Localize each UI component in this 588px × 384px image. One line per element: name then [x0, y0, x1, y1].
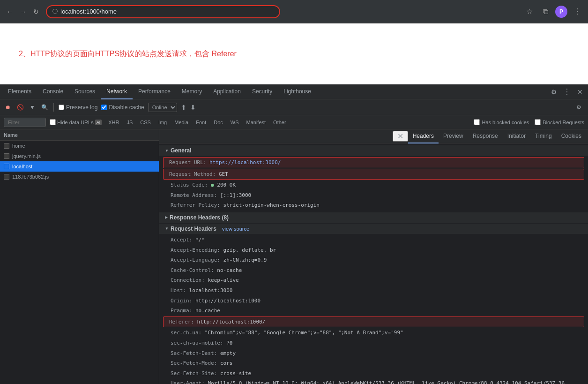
request-headers-title: Request Headers	[171, 226, 216, 232]
response-triangle: ▶	[165, 215, 168, 219]
tab-performance[interactable]: Performance	[133, 84, 176, 99]
preserve-log-label[interactable]: Preserve log	[59, 104, 97, 111]
request-headers-section-header[interactable]: ▼ Request Headers view source	[159, 224, 588, 234]
file-item-jquery[interactable]: jquery.min.js	[0, 151, 159, 161]
filter-input[interactable]	[4, 118, 46, 127]
preserve-log-text: Preserve log	[66, 104, 97, 111]
devtools-right-icons: ⚙ ⋮ ✕	[548, 86, 586, 98]
remote-address-val: [::1]:3000	[220, 192, 251, 198]
header-connection: Connection: keep-alive	[159, 275, 588, 286]
devtools-more-button[interactable]: ⋮	[561, 86, 573, 98]
type-img[interactable]: Img	[156, 119, 170, 126]
hide-data-urls-label[interactable]: Hide data URLs AI	[50, 119, 102, 125]
throttle-select[interactable]: Online	[148, 103, 177, 112]
devtools-settings-button[interactable]: ⚙	[548, 86, 559, 98]
blocked-requests-checkbox[interactable]	[535, 119, 541, 125]
file-name-118: 118.fb73b062.js	[12, 174, 49, 180]
reload-button[interactable]: ↻	[31, 7, 41, 17]
has-blocked-cookies-checkbox[interactable]	[474, 119, 480, 125]
request-headers-section: ▼ Request Headers view source Accept: */…	[159, 224, 588, 384]
export-icon[interactable]: ⬇	[190, 104, 196, 111]
detail-tab-response[interactable]: Response	[468, 129, 503, 143]
network-toolbar: ⏺ 🚫 ▼ 🔍 Preserve log Disable cache Onlin…	[0, 99, 588, 115]
nav-buttons: ← → ↻	[5, 7, 41, 17]
remote-address-row: Remote Address: [::1]:3000	[159, 190, 588, 201]
disable-cache-checkbox[interactable]	[101, 105, 107, 110]
disable-cache-label[interactable]: Disable cache	[101, 104, 144, 111]
status-code-row: Status Code: ● 200 OK	[159, 180, 588, 190]
detail-tab-preview[interactable]: Preview	[439, 129, 468, 143]
type-doc[interactable]: Doc	[211, 119, 226, 126]
tab-security[interactable]: Security	[246, 84, 278, 99]
response-headers-section-header[interactable]: ▶ Response Headers (8)	[159, 212, 588, 223]
header-sec-ch-ua: sec-ch-ua: "Chromium";v="88", "Google Ch…	[159, 328, 588, 338]
file-item-home[interactable]: home	[0, 141, 159, 151]
detail-tab-cookies[interactable]: Cookies	[557, 129, 586, 143]
close-details-button[interactable]: ✕	[393, 131, 408, 142]
disable-cache-text: Disable cache	[109, 104, 144, 111]
details-panel: ✕ Headers Preview Response Initiator Tim…	[159, 129, 588, 384]
file-item-localhost[interactable]: localhost	[0, 161, 159, 172]
import-icon[interactable]: ⬆	[181, 104, 186, 111]
devtools-close-button[interactable]: ✕	[574, 86, 586, 98]
header-sec-fetch-site: Sec-Fetch-Site: cross-site	[159, 369, 588, 379]
header-accept: Accept: */*	[159, 235, 588, 245]
blocked-requests-label[interactable]: Blocked Requests	[535, 119, 584, 125]
back-button[interactable]: ←	[5, 7, 15, 17]
general-section-header[interactable]: ▼ General	[159, 145, 588, 156]
tab-application[interactable]: Application	[208, 84, 246, 99]
request-method-val: GET	[219, 171, 228, 177]
file-item-118[interactable]: 118.fb73b062.js	[0, 172, 159, 182]
file-name-home: home	[12, 143, 25, 149]
menu-button[interactable]: ⋮	[571, 6, 583, 18]
type-other[interactable]: Other	[270, 119, 289, 126]
type-manifest[interactable]: Manifest	[244, 119, 269, 126]
filter-button[interactable]: ▼	[28, 103, 37, 112]
extensions-button[interactable]: ⧉	[539, 6, 551, 18]
type-css[interactable]: CSS	[137, 119, 154, 126]
address-bar[interactable]: ⓘ localhost:1000/home	[46, 5, 280, 18]
detail-tab-initiator[interactable]: Initiator	[503, 129, 530, 143]
status-code-key: Status Code:	[171, 182, 208, 188]
type-ws[interactable]: WS	[228, 119, 242, 126]
request-method-row: Request Method: GET	[163, 169, 584, 180]
page-main-text: 2、HTTP协议的页面向HTTPS协议的站点发送请求，包含 Referer	[19, 49, 237, 59]
tab-memory[interactable]: Memory	[176, 84, 208, 99]
general-section-body: Request URL: https://localhost:3000/ Req…	[159, 156, 588, 211]
tab-lighthouse[interactable]: Lighthouse	[278, 84, 317, 99]
record-button[interactable]: ⏺	[4, 103, 12, 112]
detail-tab-headers[interactable]: Headers	[408, 129, 439, 143]
referrer-policy-val: strict-origin-when-cross-origin	[223, 202, 320, 208]
view-source-link[interactable]: view source	[222, 226, 249, 232]
request-url-val: https://localhost:3000/	[209, 159, 281, 166]
search-button[interactable]: 🔍	[40, 103, 49, 112]
general-title: General	[171, 147, 192, 154]
bookmark-button[interactable]: ☆	[523, 6, 536, 18]
header-sec-fetch-mode: Sec-Fetch-Mode: cors	[159, 358, 588, 369]
tab-console[interactable]: Console	[37, 84, 69, 99]
has-blocked-cookies-label[interactable]: Has blocked cookies	[474, 119, 529, 125]
detail-tab-timing[interactable]: Timing	[530, 129, 557, 143]
tab-sources[interactable]: Sources	[69, 84, 101, 99]
clear-button[interactable]: 🚫	[16, 103, 24, 112]
tab-network[interactable]: Network	[101, 84, 133, 99]
type-media[interactable]: Media	[171, 119, 191, 126]
request-url-key: Request URL:	[169, 159, 206, 166]
forward-button[interactable]: →	[18, 7, 28, 17]
hide-data-urls-text: Hide data URLs	[57, 120, 94, 125]
header-host: Host: localhost:3000	[159, 286, 588, 296]
user-avatar[interactable]: P	[555, 6, 567, 18]
status-code-val: 200 OK	[217, 182, 236, 188]
header-accept-encoding: Accept-Encoding: gzip, deflate, br	[159, 245, 588, 256]
type-xhr[interactable]: XHR	[105, 119, 122, 126]
file-list-header-text: Name	[4, 132, 18, 138]
type-js[interactable]: JS	[124, 119, 135, 126]
hide-data-urls-checkbox[interactable]	[50, 119, 56, 125]
preserve-log-checkbox[interactable]	[59, 105, 64, 110]
network-settings-button[interactable]: ⚙	[573, 102, 584, 113]
tab-elements[interactable]: Elements	[2, 84, 37, 99]
type-font[interactable]: Font	[193, 119, 209, 126]
ai-badge: AI	[95, 120, 102, 125]
file-list: home jquery.min.js localhost 118.fb73b06…	[0, 141, 159, 384]
file-icon-localhost	[4, 164, 9, 169]
